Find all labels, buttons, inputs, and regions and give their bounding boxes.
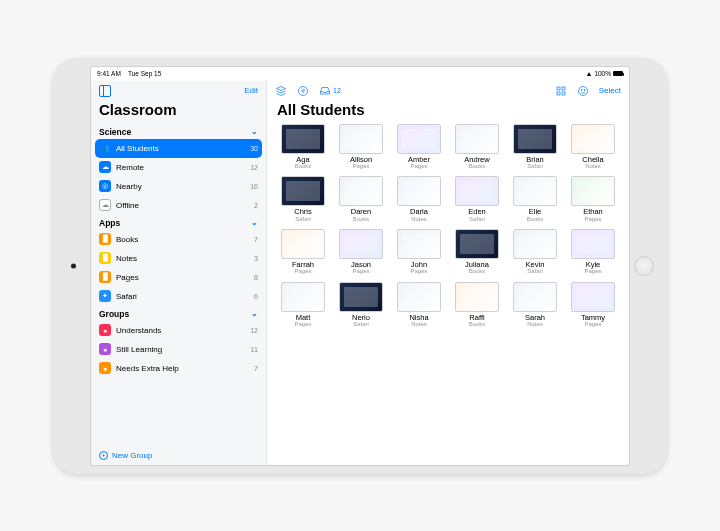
student-tile[interactable]: ChrisSafari [277,176,329,223]
student-thumbnail [513,176,557,206]
student-tile[interactable]: EdenSafari [451,176,503,223]
student-tile[interactable]: RaffiBooks [451,282,503,329]
student-name: Nisha [409,314,428,322]
student-app: Pages [294,321,311,328]
student-app: Safari [469,216,485,223]
student-name: Eden [468,208,486,216]
student-tile[interactable]: EthanPages [567,176,619,223]
sidebar-item-label: Books [116,235,249,244]
student-name: Elie [529,208,542,216]
sidebar-item-count: 11 [250,346,258,353]
student-tile[interactable]: TammyPages [567,282,619,329]
ipad-device: 9:41 AM Tue Sep 15 ▲ 100% Edit Classroom… [53,58,667,474]
student-app: Pages [352,163,369,170]
group-icon: ● [99,362,111,374]
sidebar-item-nearby[interactable]: ◎ Nearby 16 [91,177,266,196]
student-tile[interactable]: AmberPages [393,124,445,171]
student-tile[interactable]: MattPages [277,282,329,329]
sidebar-item-still-learning[interactable]: ● Still Learning 11 [91,340,266,359]
face-icon[interactable] [577,85,589,97]
student-app: Safari [353,321,369,328]
sidebar-item-all-students[interactable]: 👥 All Students 30 [95,139,262,158]
new-group-button[interactable]: + New Group [91,446,266,465]
student-app: Safari [295,216,311,223]
student-tile[interactable]: JasonPages [335,229,387,276]
toolbar: 12 Select [267,81,629,99]
student-thumbnail [339,282,383,312]
student-tile[interactable]: ChellaNotes [567,124,619,171]
group-icon: ● [99,324,111,336]
sidebar-item-pages[interactable]: ▉ Pages 8 [91,268,266,287]
student-tile[interactable]: ElieBooks [509,176,561,223]
offline-icon: ☁ [99,199,111,211]
section-science[interactable]: Science ⌄ [91,124,266,139]
svg-rect-1 [557,87,560,90]
student-app: Books [469,163,486,170]
sidebar-item-count: 7 [254,365,258,372]
student-tile[interactable]: DarenBooks [335,176,387,223]
compass-icon[interactable] [297,85,309,97]
student-tile[interactable]: SarahNotes [509,282,561,329]
student-tile[interactable]: AllisonPages [335,124,387,171]
student-name: Kevin [526,261,545,269]
student-name: Ethan [583,208,603,216]
section-groups-label: Groups [99,309,129,319]
sidebar-item-label: Nearby [116,182,245,191]
status-right: ▲ 100% [585,70,623,77]
sidebar-item-books[interactable]: ▉ Books 7 [91,230,266,249]
sidebar-item-needs-help[interactable]: ● Needs Extra Help 7 [91,359,266,378]
select-button[interactable]: Select [599,86,621,95]
student-thumbnail [571,124,615,154]
svg-point-0 [299,86,308,95]
sidebar-item-remote[interactable]: ☁ Remote 12 [91,158,266,177]
sidebar-item-count: 30 [250,145,258,152]
sidebar-item-safari[interactable]: ✦ Safari 6 [91,287,266,306]
student-thumbnail [397,282,441,312]
student-tile[interactable]: NerioSafari [335,282,387,329]
student-tile[interactable]: KevinSafari [509,229,561,276]
sidebar-item-count: 2 [254,202,258,209]
grid-view-icon[interactable] [555,85,567,97]
edit-button[interactable]: Edit [244,86,258,95]
section-science-label: Science [99,127,131,137]
sidebar-item-count: 8 [254,274,258,281]
student-tile[interactable]: JulianaBooks [451,229,503,276]
sidebar-item-count: 12 [250,327,258,334]
app-title: Classroom [91,99,266,124]
student-tile[interactable]: DarlaNotes [393,176,445,223]
sidebar-item-label: Needs Extra Help [116,364,249,373]
student-name: Kyle [586,261,601,269]
status-time: 9:41 AM [97,70,121,77]
student-name: Daren [351,208,371,216]
cloud-icon: ☁ [99,161,111,173]
sidebar-item-label: Still Learning [116,345,245,354]
sidebar-item-count: 12 [250,164,258,171]
student-tile[interactable]: NishaNotes [393,282,445,329]
section-apps[interactable]: Apps ⌄ [91,215,266,230]
student-tile[interactable]: BrianSafari [509,124,561,171]
home-button[interactable] [634,256,654,276]
student-tile[interactable]: AgaBooks [277,124,329,171]
student-thumbnail [513,282,557,312]
student-thumbnail [571,176,615,206]
student-tile[interactable]: FarrahPages [277,229,329,276]
sidebar-toggle-icon[interactable] [99,85,111,97]
sidebar-item-offline[interactable]: ☁ Offline 2 [91,196,266,215]
inbox-button[interactable]: 12 [319,85,341,97]
stack-icon[interactable] [275,85,287,97]
section-groups[interactable]: Groups ⌄ [91,306,266,321]
student-app: Notes [411,321,427,328]
svg-point-7 [584,89,585,90]
student-app: Books [295,163,312,170]
student-name: Jason [351,261,371,269]
sidebar-item-understands[interactable]: ● Understands 12 [91,321,266,340]
student-tile[interactable]: AndrewBooks [451,124,503,171]
student-tile[interactable]: KylePages [567,229,619,276]
status-left: 9:41 AM Tue Sep 15 [97,70,161,77]
sidebar-item-notes[interactable]: ▉ Notes 3 [91,249,266,268]
svg-point-5 [578,86,587,95]
student-tile[interactable]: JohnPages [393,229,445,276]
student-thumbnail [281,229,325,259]
sidebar-item-label: Remote [116,163,245,172]
student-name: Matt [296,314,311,322]
